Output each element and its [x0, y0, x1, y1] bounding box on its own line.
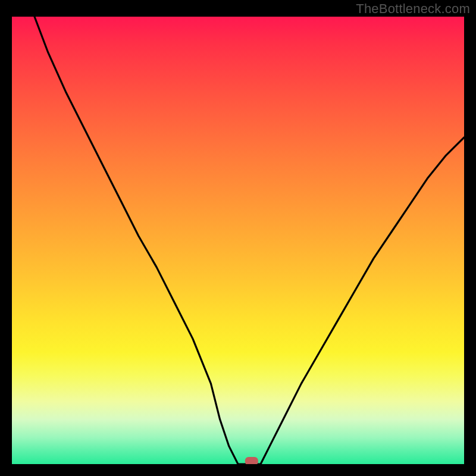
- curve-svg: [12, 17, 464, 464]
- bottleneck-curve: [35, 17, 464, 464]
- plot-area: [12, 17, 464, 464]
- watermark-text: TheBottleneck.com: [356, 1, 470, 17]
- optimal-marker: [245, 457, 258, 464]
- chart-frame: TheBottleneck.com: [0, 0, 476, 476]
